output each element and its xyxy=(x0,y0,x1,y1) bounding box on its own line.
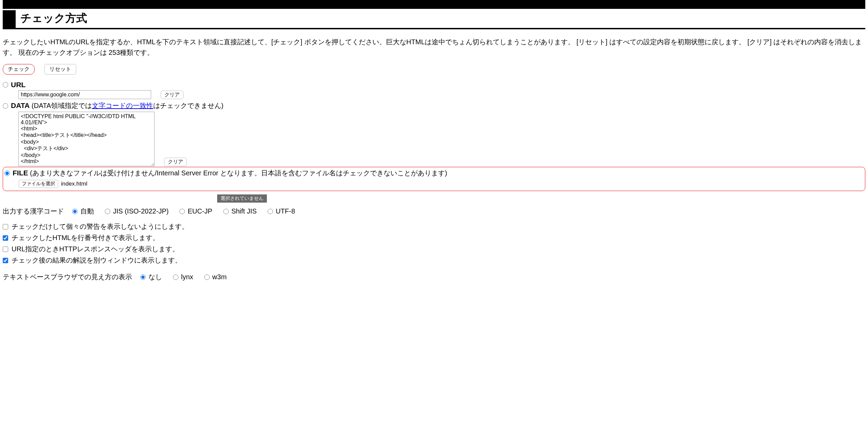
data-radio[interactable] xyxy=(3,103,8,109)
file-note: (あまり大きなファイルは受け付けません/Internal Server Erro… xyxy=(28,169,447,177)
charset-opt-euc[interactable]: EUC-JP xyxy=(179,207,212,215)
charset-radio-jis[interactable] xyxy=(105,209,110,214)
check-row-newwin: チェック後の結果の解説を別ウィンドウに表示します。 xyxy=(3,256,865,265)
url-clear-button[interactable]: クリア xyxy=(161,91,183,99)
file-name: index.html xyxy=(61,180,87,187)
check-nowarn-label: チェックだけして個々の警告を表示しないようにします。 xyxy=(12,222,189,231)
charset-radio-utf8[interactable] xyxy=(268,209,273,214)
charset-radio-auto[interactable] xyxy=(72,209,78,214)
textbrowser-radio-w3m[interactable] xyxy=(204,274,210,280)
data-note-pre: (DATA領域指定では xyxy=(30,102,92,109)
file-tooltip: 選択されていません xyxy=(217,194,267,203)
check-newwin-label: チェック後の結果の解説を別ウィンドウに表示します。 xyxy=(12,256,182,265)
charset-consistency-link[interactable]: 文字コードの一致性 xyxy=(92,102,153,109)
check-list: チェックだけして個々の警告を表示しないようにします。 チェックしたHTMLを行番… xyxy=(3,222,865,265)
check-http[interactable] xyxy=(3,247,8,252)
file-block: FILE (あまり大きなファイルは受け付けません/Internal Server… xyxy=(3,167,865,191)
url-input[interactable] xyxy=(18,90,151,99)
textbrowser-group: テキストベースブラウザでの見え方の表示 なし lynx w3m xyxy=(3,272,865,282)
data-clear-button[interactable]: クリア xyxy=(164,158,187,166)
textbrowser-opt-w3m[interactable]: w3m xyxy=(204,273,227,281)
charset-group: 出力する漢字コード 自動 JIS (ISO-2022-JP) EUC-JP Sh… xyxy=(3,207,865,216)
url-radio-row: URL xyxy=(3,81,865,89)
charset-label: 出力する漢字コード xyxy=(3,207,64,216)
file-label: FILE (あまり大きなファイルは受け付けません/Internal Server… xyxy=(13,169,447,178)
data-label: DATA (DATA領域指定では文字コードの一致性はチェックできません) xyxy=(11,101,223,110)
check-nowarn[interactable] xyxy=(3,224,8,230)
data-textarea[interactable] xyxy=(18,112,155,166)
charset-opt-sjis[interactable]: Shift JIS xyxy=(223,207,257,215)
check-lineno-label: チェックしたHTMLを行番号付きで表示します。 xyxy=(12,233,159,242)
charset-opt-auto[interactable]: 自動 xyxy=(72,207,94,216)
textbrowser-radio-none[interactable] xyxy=(140,274,146,280)
file-radio[interactable] xyxy=(4,171,10,176)
url-label: URL xyxy=(11,81,26,89)
data-note-post: はチェックできません) xyxy=(153,102,224,109)
action-buttons: チェック リセット xyxy=(3,64,865,75)
check-button[interactable]: チェック xyxy=(3,64,35,75)
textbrowser-label: テキストベースブラウザでの見え方の表示 xyxy=(3,272,132,282)
check-row-http: URL指定のときHTTPレスポンスヘッダを表示します。 xyxy=(3,244,865,254)
url-input-row: クリア xyxy=(18,90,865,99)
file-choose-button[interactable]: ファイルを選択 xyxy=(19,180,58,188)
intro-text: チェックしたいHTMLのURLを指定するか、HTMLを下のテキスト領域に直接記述… xyxy=(3,37,865,58)
textbrowser-opt-lynx[interactable]: lynx xyxy=(173,273,193,281)
header-bar xyxy=(3,0,865,9)
file-label-text: FILE xyxy=(13,169,28,177)
check-newwin[interactable] xyxy=(3,258,8,263)
charset-radio-sjis[interactable] xyxy=(223,209,229,214)
reset-button[interactable]: リセット xyxy=(44,64,76,75)
file-radio-row: FILE (あまり大きなファイルは受け付けません/Internal Server… xyxy=(4,169,862,178)
data-input-row: クリア xyxy=(18,112,865,166)
title-block: チェック方式 xyxy=(3,10,865,29)
textbrowser-opt-none[interactable]: なし xyxy=(140,272,162,282)
check-row-nowarn: チェックだけして個々の警告を表示しないようにします。 xyxy=(3,222,865,231)
textbrowser-radio-lynx[interactable] xyxy=(173,274,178,280)
charset-opt-utf8[interactable]: UTF-8 xyxy=(268,207,295,215)
title-black-accent xyxy=(3,10,16,28)
data-label-text: DATA xyxy=(11,101,30,109)
check-http-label: URL指定のときHTTPレスポンスヘッダを表示します。 xyxy=(12,244,179,254)
charset-opt-jis[interactable]: JIS (ISO-2022-JP) xyxy=(105,207,168,215)
data-radio-row: DATA (DATA領域指定では文字コードの一致性はチェックできません) xyxy=(3,101,865,110)
charset-radio-euc[interactable] xyxy=(179,209,185,214)
check-row-lineno: チェックしたHTMLを行番号付きで表示します。 xyxy=(3,233,865,242)
url-radio[interactable] xyxy=(3,82,8,88)
file-choose-row: ファイルを選択 index.html xyxy=(19,180,87,188)
check-lineno[interactable] xyxy=(3,235,8,241)
page-title: チェック方式 xyxy=(16,10,87,28)
